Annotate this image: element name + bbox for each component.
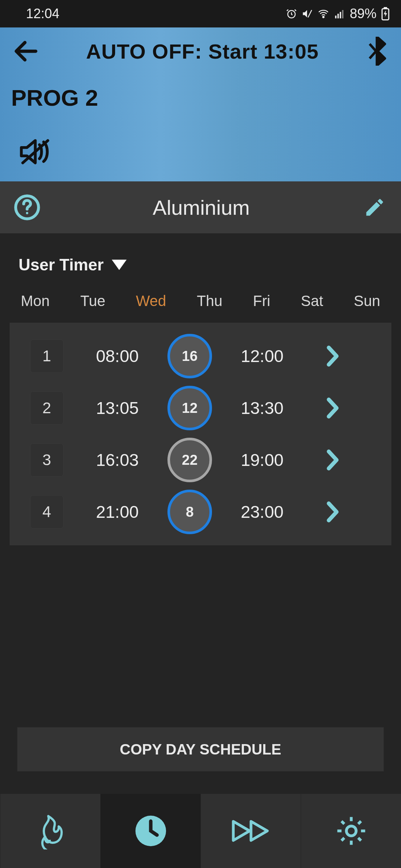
alarm-icon	[286, 8, 297, 19]
day-tab-wed[interactable]: Wed	[136, 293, 166, 309]
bottom-nav	[0, 794, 401, 868]
schedule-list: 108:001612:00213:051213:30316:032219:004…	[10, 323, 391, 545]
chevron-right-icon[interactable]	[326, 449, 339, 471]
end-time[interactable]: 13:30	[241, 398, 283, 418]
svg-rect-5	[340, 12, 341, 19]
battery-percent: 89%	[350, 6, 376, 22]
app-header: AUTO OFF: Start 13:05 PROG 2	[0, 27, 401, 181]
nav-fast-forward[interactable]	[200, 794, 301, 868]
slot-index[interactable]: 4	[30, 495, 63, 529]
help-button[interactable]	[13, 194, 41, 221]
start-time[interactable]: 16:03	[96, 450, 138, 470]
status-time: 12:04	[26, 6, 59, 22]
signal-icon	[334, 8, 345, 19]
section-header: Aluminium	[0, 181, 401, 233]
schedule-row: 316:032219:00	[10, 434, 391, 486]
schedule-row: 108:001612:00	[10, 330, 391, 382]
day-tab-mon[interactable]: Mon	[21, 293, 50, 309]
speaker-mute-icon[interactable]	[19, 137, 52, 170]
temperature-value[interactable]: 8	[167, 490, 212, 534]
day-tab-fri[interactable]: Fri	[253, 293, 270, 309]
day-tab-sat[interactable]: Sat	[301, 293, 323, 309]
schedule-row: 213:051213:30	[10, 382, 391, 434]
end-time[interactable]: 12:00	[241, 346, 283, 366]
bluetooth-icon[interactable]	[364, 38, 390, 64]
svg-point-13	[346, 826, 356, 836]
nav-clock[interactable]	[100, 794, 200, 868]
end-time[interactable]: 19:00	[241, 450, 283, 470]
mute-icon	[301, 8, 313, 19]
header-title: AUTO OFF: Start 13:05	[41, 39, 364, 63]
chevron-right-icon[interactable]	[326, 397, 339, 419]
edit-button[interactable]	[362, 194, 388, 220]
start-time[interactable]: 13:05	[96, 398, 138, 418]
nav-flame[interactable]	[0, 794, 100, 868]
chevron-right-icon[interactable]	[326, 345, 339, 367]
svg-rect-6	[342, 10, 343, 19]
wifi-icon	[317, 8, 330, 19]
back-button[interactable]	[11, 36, 41, 66]
chevron-right-icon[interactable]	[326, 501, 339, 523]
svg-rect-8	[384, 7, 387, 9]
program-label: PROG 2	[0, 66, 401, 111]
dropdown-label: User Timer	[19, 256, 104, 274]
content-area: User Timer MonTueWedThuFriSatSun 108:001…	[0, 233, 401, 794]
slot-index[interactable]: 2	[30, 391, 63, 425]
copy-day-button[interactable]: COPY DAY SCHEDULE	[17, 727, 384, 772]
start-time[interactable]: 08:00	[96, 346, 138, 366]
mode-dropdown[interactable]: User Timer	[0, 233, 401, 289]
slot-index[interactable]: 3	[30, 443, 63, 477]
svg-point-11	[26, 212, 28, 214]
chevron-down-icon	[112, 260, 127, 270]
section-title: Aluminium	[41, 195, 362, 220]
status-icons: 89%	[286, 6, 390, 22]
day-tab-tue[interactable]: Tue	[80, 293, 105, 309]
end-time[interactable]: 23:00	[241, 502, 283, 522]
temperature-value[interactable]: 12	[167, 386, 212, 430]
status-bar: 12:04 89%	[0, 0, 401, 27]
day-tab-thu[interactable]: Thu	[197, 293, 222, 309]
temperature-value[interactable]: 16	[167, 334, 212, 378]
temperature-value[interactable]: 22	[167, 438, 212, 482]
svg-point-2	[323, 16, 324, 18]
schedule-row: 421:00823:00	[10, 486, 391, 538]
svg-rect-4	[338, 14, 339, 19]
day-tab-sun[interactable]: Sun	[354, 293, 380, 309]
slot-index[interactable]: 1	[30, 339, 63, 373]
start-time[interactable]: 21:00	[96, 502, 138, 522]
day-tabs: MonTueWedThuFriSatSun	[0, 289, 401, 323]
battery-icon	[381, 7, 390, 20]
svg-line-1	[308, 10, 312, 17]
nav-settings[interactable]	[301, 794, 401, 868]
svg-rect-3	[335, 16, 336, 19]
